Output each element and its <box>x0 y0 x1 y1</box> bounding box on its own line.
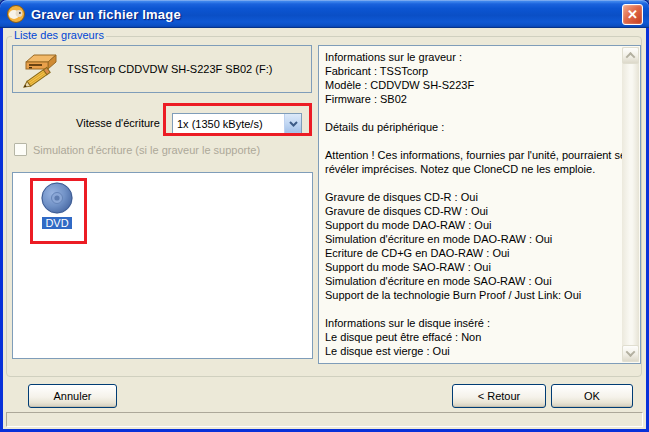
info-line: Attention ! Ces informations, fournies p… <box>325 148 621 162</box>
info-line: Modèle : CDDVDW SH-S223F <box>325 78 621 92</box>
info-line: Gravure de disques CD-R : Oui <box>325 190 621 204</box>
info-line <box>325 176 621 190</box>
dvd-disc-icon <box>40 181 74 215</box>
info-line: Informations sur le graveur : <box>325 50 621 64</box>
info-line: Firmware : SB02 <box>325 92 621 106</box>
cancel-button[interactable]: Annuler <box>28 384 117 408</box>
info-line: Le disque est vierge : Oui <box>325 344 621 358</box>
media-type-list[interactable]: DVD <box>12 172 313 359</box>
clonecd-sheep-icon <box>6 4 26 24</box>
simulation-checkbox[interactable] <box>14 143 27 156</box>
info-line: Le disque peut être effacé : Non <box>325 330 621 344</box>
info-line: révéler imprécises. Notez que CloneCD ne… <box>325 162 621 176</box>
status-strip <box>6 412 643 427</box>
scroll-down-icon[interactable] <box>622 345 639 362</box>
write-speed-combobox[interactable]: 1x (1350 kByte/s) <box>172 113 302 135</box>
info-line: Fabricant : TSSTcorp <box>325 64 621 78</box>
dialog-window: Graver un fichier Image ✕ Liste des grav… <box>0 0 649 432</box>
title-bar[interactable]: Graver un fichier Image ✕ <box>0 0 649 28</box>
dialog-client-area: Liste des graveurs TSSTcorp CDDVDW SH-S2… <box>3 28 646 429</box>
info-line: Gravure de disques CD-RW : Oui <box>325 204 621 218</box>
info-line: Simulation d'écriture en mode SAO-RAW : … <box>325 274 621 288</box>
window-title: Graver un fichier Image <box>31 7 622 22</box>
info-line <box>325 134 621 148</box>
back-button[interactable]: < Retour <box>452 384 546 408</box>
info-line: Support de la technologie Burn Proof / J… <box>325 288 621 302</box>
cd-drive-icon <box>19 50 59 88</box>
info-scrollbar[interactable] <box>622 47 639 362</box>
ok-button[interactable]: OK <box>551 384 633 408</box>
burner-info-text: Informations sur le graveur : Fabricant … <box>319 48 621 358</box>
info-line <box>325 106 621 120</box>
simulation-label: Simulation d'écriture (si le graveur le … <box>33 144 260 156</box>
simulation-checkbox-row[interactable]: Simulation d'écriture (si le graveur le … <box>14 143 260 156</box>
close-button[interactable]: ✕ <box>622 4 643 25</box>
info-line: Support du mode SAO-RAW : Oui <box>325 260 621 274</box>
burner-info-panel: Informations sur le graveur : Fabricant … <box>318 45 641 364</box>
info-line: Ecriture de CD+G en DAO-RAW : Oui <box>325 246 621 260</box>
info-line: Informations sur le disque inséré : <box>325 316 621 330</box>
info-line: Simulation d'écriture en mode DAO-RAW : … <box>325 232 621 246</box>
info-line <box>325 302 621 316</box>
info-line: Détails du périphérique : <box>325 120 621 134</box>
dvd-item-label: DVD <box>42 217 71 229</box>
write-speed-value: 1x (1350 kByte/s) <box>173 118 284 130</box>
chevron-down-icon[interactable] <box>284 114 301 134</box>
scroll-up-icon[interactable] <box>622 47 639 64</box>
write-speed-label: Vitesse d'écriture : <box>33 117 166 129</box>
info-line: Support du mode DAO-RAW : Oui <box>325 218 621 232</box>
groupbox-caption: Liste des graveurs <box>12 29 106 41</box>
burner-device-name: TSSTcorp CDDVDW SH-S223F SB02 (F:) <box>67 63 272 75</box>
burner-device-item[interactable]: TSSTcorp CDDVDW SH-S223F SB02 (F:) <box>12 45 312 93</box>
list-item-dvd[interactable]: DVD <box>29 181 85 229</box>
